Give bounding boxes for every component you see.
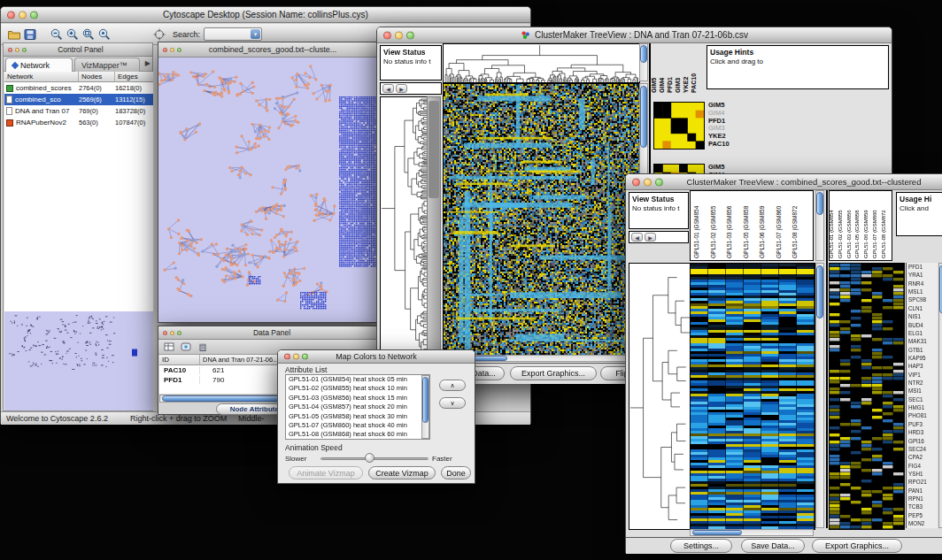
minimize-icon[interactable] (15, 48, 19, 52)
animation-speed-slider[interactable] (320, 457, 429, 460)
heatmap-canvas[interactable] (443, 83, 640, 356)
tab-scroll-right-icon[interactable]: ▶ (145, 59, 151, 67)
attribute-list-item[interactable]: GPL51-05 (GSM858) heat shock 30 min (286, 412, 429, 421)
minimize-button[interactable] (19, 11, 27, 19)
network-diamond-icon (12, 61, 19, 68)
main-titlebar[interactable]: Cytoscape Desktop (Session Name: collins… (1, 7, 530, 23)
correlation-matrix-1[interactable] (653, 102, 705, 150)
tab-vizmapper[interactable]: VizMapper™ (74, 58, 140, 72)
move-up-button[interactable]: ∧ (439, 380, 466, 391)
slider-thumb[interactable] (365, 453, 374, 463)
crosshair-icon[interactable] (151, 27, 167, 42)
export-graphics-button[interactable]: Export Graphics... (812, 539, 902, 553)
row-dendrogram-canvas[interactable] (629, 263, 691, 530)
move-down-button[interactable]: ∨ (439, 397, 466, 409)
heatmap-hscrollbar[interactable] (690, 529, 814, 536)
save-data-button[interactable]: Save Data... (741, 539, 805, 553)
status-welcome: Welcome to Cytoscape 2.6.2 (6, 414, 108, 423)
open-session-icon[interactable] (6, 27, 22, 42)
animate-vizmap-button[interactable]: Animate Vizmap (289, 466, 363, 479)
zoom-out-icon[interactable] (49, 27, 65, 42)
animation-speed-label: Animation Speed (285, 443, 343, 452)
labels-vscrollbar[interactable] (815, 190, 824, 261)
attribute-list-item[interactable]: GPL51-03 (GSM856) heat shock 15 min (286, 394, 429, 403)
column-header-id[interactable]: ID (159, 355, 200, 365)
column-header-edges[interactable]: Edges (115, 72, 153, 82)
global-vscrollbar[interactable] (639, 43, 648, 81)
search-dropdown-icon[interactable]: ▼ (251, 29, 260, 39)
network-canvas[interactable] (158, 58, 382, 322)
minimize-icon[interactable] (170, 48, 174, 52)
settings-button[interactable]: Settings... (670, 539, 732, 553)
gene-label: PUF3 (908, 420, 938, 428)
birds-eye-view[interactable] (4, 311, 153, 410)
network-row[interactable]: combined_sco2569(6)13112(15) (4, 94, 153, 105)
heatmap-vscrollbar[interactable] (815, 263, 824, 528)
dialog-titlebar[interactable]: Map Colors to Network (278, 350, 475, 364)
close-icon[interactable] (8, 48, 12, 52)
scrollbar-thumb[interactable] (816, 265, 823, 318)
scrollbar-thumb[interactable] (422, 377, 429, 423)
nav-right-icon[interactable]: ▶ (645, 233, 656, 242)
scrollbar-thumb[interactable] (640, 45, 647, 63)
attribute-list[interactable]: GPL51-01 (GSM854) heat shock 05 minGPL51… (285, 374, 430, 440)
export-graphics-button[interactable]: Export Graphics... (510, 366, 597, 380)
treeview1-titlebar[interactable]: ClusterMaker TreeView : DNA and Tran 07-… (377, 27, 892, 43)
attribute-list-vscrollbar[interactable] (421, 375, 429, 439)
minimize-icon[interactable] (170, 331, 174, 335)
column-header-network[interactable]: Network (4, 72, 79, 82)
zoom-in-icon[interactable] (65, 27, 81, 42)
column-header-nodes[interactable]: Nodes (79, 72, 115, 82)
secondary-heatmap-canvas[interactable] (829, 263, 905, 530)
minimize-button[interactable] (644, 178, 652, 186)
attribute-list-item[interactable]: GPL51-07 (GSM860) heat shock 40 min (286, 421, 429, 430)
close-icon[interactable] (163, 331, 167, 335)
network-row[interactable]: combined_scores2764(0)16218(0) (4, 82, 153, 94)
heatmap-canvas[interactable] (690, 263, 815, 530)
scrollbar-thumb[interactable] (429, 101, 439, 198)
function-builder-icon[interactable] (180, 341, 192, 353)
network-row[interactable]: DNA and Tran 07769(0)183728(0) (4, 105, 153, 117)
save-session-icon[interactable] (22, 27, 38, 42)
column-dendrogram-canvas[interactable] (443, 43, 640, 83)
minimize-button[interactable] (293, 354, 299, 360)
close-button[interactable] (383, 31, 391, 39)
zoom-button[interactable] (655, 178, 663, 186)
network-row[interactable]: RNAPuberNov2563(0)107847(0) (4, 117, 153, 128)
row-dendrogram-canvas[interactable] (380, 96, 428, 357)
zoom-fit-icon[interactable] (81, 27, 97, 42)
scrollbar-thumb[interactable] (692, 530, 742, 535)
zoom-button[interactable] (302, 354, 308, 360)
nav-left-icon[interactable]: ◀ (631, 233, 643, 242)
minimize-button[interactable] (395, 31, 403, 39)
close-icon[interactable] (163, 48, 167, 52)
nav-left-icon[interactable]: ◀ (382, 84, 394, 93)
zoom-button[interactable] (30, 11, 38, 19)
row-scroll-strip[interactable] (427, 96, 441, 355)
search-input[interactable]: ▼ (204, 27, 262, 41)
data-panel-titlebar[interactable]: Data Panel (158, 326, 380, 340)
close-button[interactable] (7, 11, 15, 19)
done-button[interactable]: Done (441, 466, 471, 479)
network-view-titlebar[interactable]: combined_scores_good.txt--cluste... (158, 42, 382, 58)
treeview2-titlebar[interactable]: ClusterMaker TreeView : combined_scores_… (626, 174, 942, 190)
tab-network[interactable]: Network (5, 58, 73, 72)
attribute-list-item[interactable]: GPL51-04 (GSM857) heat shock 20 min (286, 403, 429, 411)
close-button[interactable] (284, 354, 290, 360)
zoom-selected-icon[interactable] (97, 27, 112, 42)
column-label: GPL51-02 (GSM855 (710, 206, 716, 258)
close-button[interactable] (632, 178, 640, 186)
attribute-list-item[interactable]: GPL51-08 (GSM868) heat shock 60 min (286, 430, 429, 439)
control-panel-titlebar[interactable]: Control Panel (4, 43, 152, 57)
create-vizmap-button[interactable]: Create Vizmap (368, 466, 436, 479)
zoom-button[interactable] (406, 31, 414, 39)
attribute-list-item[interactable]: GPL51-02 (GSM855) heat shock 10 min (286, 384, 429, 393)
nav-right-icon[interactable]: ▶ (396, 84, 407, 93)
attribute-list-item[interactable]: GPL51-01 (GSM854) heat shock 05 min (286, 375, 429, 384)
select-attributes-icon[interactable] (163, 341, 175, 353)
scrollbar-thumb[interactable] (640, 86, 647, 148)
scrollbar-thumb[interactable] (816, 192, 823, 215)
trash-icon[interactable] (197, 341, 209, 353)
scrollbar-thumb[interactable] (162, 395, 295, 402)
gene-list-vscrollbar[interactable] (938, 263, 942, 528)
